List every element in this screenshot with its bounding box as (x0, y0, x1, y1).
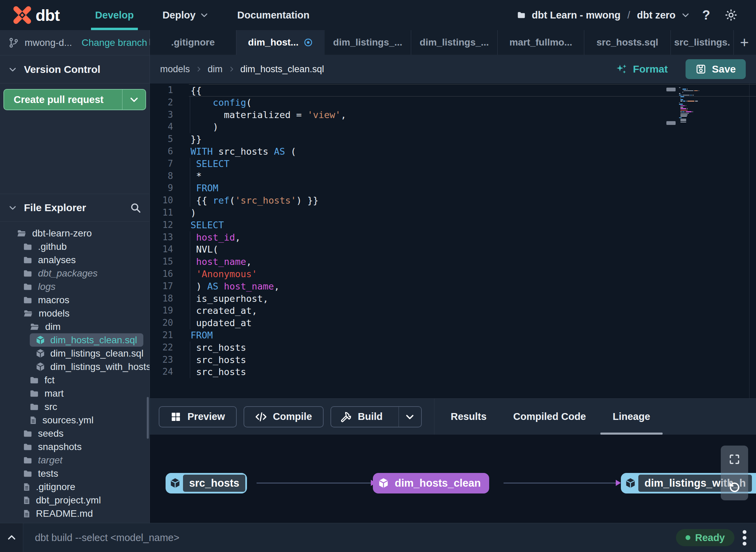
tree-item--gitignore[interactable]: .gitignore (0, 480, 149, 493)
code-line-13[interactable]: 13 host_id, (150, 231, 756, 244)
nav-item-documentation[interactable]: Documentation (223, 0, 324, 30)
project-name: dbt Learn - mwong (532, 10, 621, 21)
version-control-header[interactable]: Version Control (0, 55, 149, 84)
code-line-18[interactable]: 18 is_superhost, (150, 293, 756, 305)
result-tab-compiled-code[interactable]: Compiled Code (512, 399, 587, 435)
code-line-1[interactable]: 1{{ (150, 84, 756, 97)
help-button[interactable]: ? (696, 8, 716, 23)
code-line-11[interactable]: 11) (150, 207, 756, 219)
code-line-9[interactable]: 9 FROM (150, 182, 756, 194)
code-line-23[interactable]: 23 src_hosts (150, 354, 756, 366)
tree-item-snapshots[interactable]: snapshots (0, 440, 149, 453)
code-line-8[interactable]: 8 * (150, 170, 756, 182)
tree-item-logs[interactable]: logs (0, 280, 149, 293)
branch-name: mwong-d... (25, 37, 72, 48)
tree-item-dbt-learn-zero[interactable]: dbt-learn-zero (0, 227, 149, 240)
code-line-22[interactable]: 22 src_hosts (150, 342, 756, 354)
format-label: Format (633, 63, 668, 75)
code-line-3[interactable]: 3 materialized = 'view', (150, 109, 756, 121)
search-icon[interactable] (130, 202, 141, 214)
refresh-icon[interactable] (728, 480, 741, 494)
tree-item-mart[interactable]: mart (0, 387, 149, 400)
new-tab-button[interactable]: + (734, 30, 755, 55)
status-badge[interactable]: Ready (676, 529, 734, 546)
code-line-7[interactable]: 7 SELECT (150, 158, 756, 170)
code-line-4[interactable]: 4 ) (150, 121, 756, 133)
pull-request-area: Create pull request (0, 84, 149, 110)
tree-item--github[interactable]: .github (0, 240, 149, 253)
preview-button[interactable]: Preview (159, 406, 237, 427)
tree-item-dbt-project-yml[interactable]: dbt_project.yml (0, 493, 149, 507)
editor-tab-4[interactable]: mart_fullmo... (498, 30, 584, 55)
result-tab-lineage[interactable]: Lineage (611, 399, 652, 435)
nav-item-deploy[interactable]: Deploy (148, 0, 223, 30)
code-line-20[interactable]: 20 updated_at (150, 317, 756, 329)
dbt-logo[interactable]: dbt (12, 5, 60, 25)
tree-item-dim-hosts-clean-sql[interactable]: dim_hosts_clean.sql (30, 333, 143, 347)
create-pull-request-button[interactable]: Create pull request (3, 89, 146, 110)
editor-tab-6[interactable]: src_listings. (671, 30, 734, 55)
lineage-node-dim-hosts-clean[interactable]: dim_hosts_clean (373, 473, 489, 493)
overview-ruler-marker (666, 121, 676, 125)
code-line-21[interactable]: 21FROM (150, 329, 756, 342)
format-button[interactable]: Format (615, 63, 668, 75)
lineage-node-src-hosts[interactable]: src_hosts (166, 473, 247, 493)
tree-item-tests[interactable]: tests (0, 467, 149, 480)
code-line-14[interactable]: 14 NVL( (150, 243, 756, 256)
save-button[interactable]: Save (686, 59, 746, 79)
editor-tab-1[interactable]: dim_host... (236, 30, 325, 55)
code-line-6[interactable]: 6WITH src_hosts AS ( (150, 145, 756, 158)
tree-item-target[interactable]: target (0, 453, 149, 467)
build-main[interactable]: Build (331, 407, 392, 427)
tree-item-dbt-packages[interactable]: dbt_packages (0, 267, 149, 280)
file-explorer-header[interactable]: File Explorer (0, 194, 149, 222)
fullscreen-icon[interactable] (728, 453, 741, 465)
panel-toggle-button[interactable] (0, 523, 23, 552)
editor-breadcrumb-bar: models dim dim_hosts_clean.sql Format Sa… (150, 55, 756, 84)
code-line-19[interactable]: 19 created_at, (150, 305, 756, 317)
line-number: 16 (150, 268, 173, 280)
tree-item-models[interactable]: models (0, 307, 149, 320)
tree-item-src[interactable]: src (0, 400, 149, 413)
pr-dropdown-caret[interactable] (122, 90, 145, 110)
code-line-5[interactable]: 5}} (150, 133, 756, 145)
editor-tab-5[interactable]: src_hosts.sql (584, 30, 671, 55)
tree-item-dim-listings-with-hosts-[interactable]: dim_listings_with_hosts... (0, 360, 149, 373)
code-line-24[interactable]: 24 src_hosts (150, 366, 756, 378)
code-line-15[interactable]: 15 host_name, (150, 256, 756, 268)
tree-item-dim[interactable]: dim (0, 320, 149, 333)
breadcrumb-models: models (160, 64, 190, 75)
code-editor[interactable]: 1{{2 config(3 materialized = 'view',4 )5… (150, 84, 756, 398)
code-line-16[interactable]: 16 'Anonymous' (150, 268, 756, 280)
code-line-17[interactable]: 17 ) AS host_name, (150, 280, 756, 293)
settings-gear-icon[interactable] (722, 9, 740, 22)
tree-item-fct[interactable]: fct (0, 373, 149, 387)
editor-tab-strip: .gitignoredim_host...dim_listings_...dim… (150, 30, 756, 55)
code-line-2[interactable]: 2 config( (150, 97, 756, 109)
tree-item-sources-yml[interactable]: sources.yml (0, 413, 149, 427)
compile-button[interactable]: Compile (244, 406, 324, 427)
code-line-10[interactable]: 10 {{ ref('src_hosts') }} (150, 194, 756, 207)
code-line-12[interactable]: 12SELECT (150, 219, 756, 231)
result-tab-results[interactable]: Results (449, 399, 488, 435)
editor-tab-3[interactable]: dim_listings_... (411, 30, 498, 55)
build-dropdown-caret[interactable] (399, 407, 421, 427)
nav-item-develop[interactable]: Develop (81, 0, 148, 30)
change-branch-link[interactable]: Change branch (82, 37, 147, 48)
tree-item-seeds[interactable]: seeds (0, 427, 149, 440)
line-number: 7 (150, 158, 173, 170)
kebab-menu-icon[interactable] (743, 530, 746, 545)
tree-item-macros[interactable]: macros (0, 293, 149, 307)
explorer-scrollbar[interactable] (147, 397, 149, 439)
tree-item-readme-md[interactable]: README.md (0, 507, 149, 520)
editor-tab-0[interactable]: .gitignore (150, 30, 236, 55)
editor-minimap[interactable] (679, 87, 706, 123)
tree-item-dim-listings-clean-sql[interactable]: dim_listings_clean.sql (0, 347, 149, 360)
command-input[interactable]: dbt build --select <model_name> (35, 532, 676, 543)
build-button[interactable]: Build (330, 406, 422, 427)
editor-tab-2[interactable]: dim_listings_... (325, 30, 411, 55)
chevron-down-icon (681, 11, 690, 20)
project-switcher[interactable]: dbt Learn - mwong / dbt zero (516, 10, 690, 21)
tree-item-analyses[interactable]: analyses (0, 253, 149, 267)
breadcrumb-file: dim_hosts_clean.sql (240, 64, 324, 75)
